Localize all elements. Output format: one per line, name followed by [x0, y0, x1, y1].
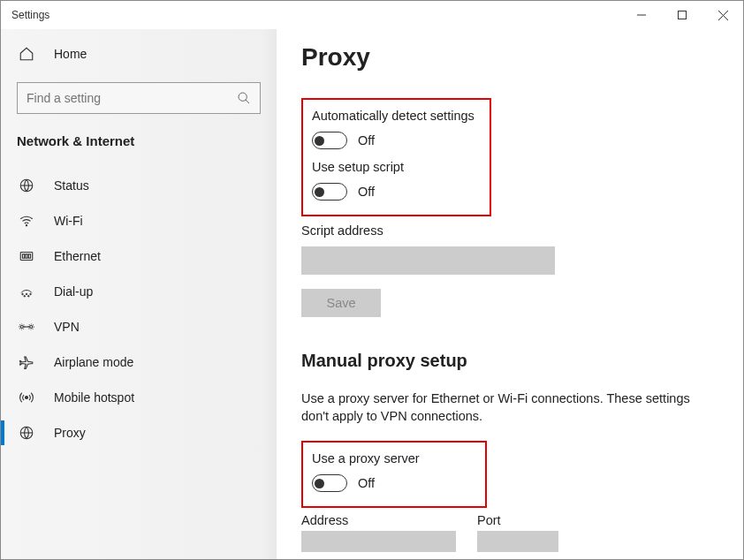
highlight-box-manual: Use a proxy server Off	[301, 441, 487, 508]
sidebar-item-label: Airplane mode	[54, 355, 133, 369]
wifi-icon	[17, 211, 36, 231]
svg-point-16	[28, 296, 30, 298]
window-title: Settings	[11, 9, 49, 21]
svg-point-13	[26, 293, 27, 295]
sidebar-item-ethernet[interactable]: Ethernet	[1, 238, 277, 274]
sidebar-item-vpn[interactable]: VPN	[1, 309, 277, 344]
svg-line-5	[246, 100, 249, 103]
sidebar: Home Network & Internet Status Wi-Fi	[1, 29, 277, 559]
sidebar-item-wifi[interactable]: Wi-Fi	[1, 203, 277, 238]
use-proxy-toggle[interactable]	[312, 474, 347, 492]
port-input	[477, 531, 558, 552]
svg-point-4	[239, 93, 247, 101]
sidebar-item-label: VPN	[54, 320, 80, 334]
minimize-button[interactable]	[621, 1, 662, 29]
home-label: Home	[54, 47, 87, 61]
manual-setup-heading: Manual proxy setup	[301, 351, 718, 371]
titlebar[interactable]: Settings	[1, 1, 743, 29]
setup-script-toggle[interactable]	[312, 183, 347, 201]
auto-detect-toggle[interactable]	[312, 132, 347, 149]
sidebar-item-airplane[interactable]: Airplane mode	[1, 344, 277, 380]
svg-rect-9	[23, 254, 25, 259]
ethernet-icon	[17, 246, 36, 266]
setup-script-label: Use setup script	[312, 160, 481, 174]
sidebar-item-label: Proxy	[54, 426, 86, 440]
airplane-icon	[17, 352, 36, 372]
svg-rect-11	[28, 254, 30, 259]
maximize-button[interactable]	[662, 1, 702, 29]
sidebar-item-label: Ethernet	[54, 249, 101, 263]
svg-point-7	[26, 225, 27, 226]
home-nav[interactable]: Home	[1, 36, 277, 72]
script-address-label: Script address	[301, 223, 718, 238]
svg-point-21	[26, 397, 28, 399]
svg-point-14	[30, 293, 32, 295]
svg-point-15	[24, 296, 26, 298]
manual-setup-description: Use a proxy server for Ethernet or Wi-Fi…	[301, 390, 708, 425]
sidebar-item-proxy[interactable]: Proxy	[1, 415, 277, 450]
auto-detect-label: Automatically detect settings	[312, 109, 481, 123]
home-icon	[17, 44, 36, 64]
svg-point-18	[30, 326, 33, 329]
svg-point-17	[20, 326, 23, 329]
sidebar-item-label: Dial-up	[54, 284, 93, 299]
address-label: Address	[301, 513, 456, 527]
sidebar-item-label: Status	[54, 178, 89, 193]
svg-rect-10	[26, 254, 27, 259]
sidebar-item-dialup[interactable]: Dial-up	[1, 274, 277, 309]
port-label: Port	[477, 513, 558, 527]
sidebar-item-hotspot[interactable]: Mobile hotspot	[1, 380, 277, 415]
svg-point-12	[22, 293, 24, 295]
close-button[interactable]	[702, 1, 743, 29]
vpn-icon	[17, 317, 36, 337]
address-input	[301, 531, 456, 552]
search-icon	[237, 91, 251, 105]
sidebar-item-label: Wi-Fi	[54, 214, 83, 228]
use-proxy-state: Off	[358, 476, 375, 490]
svg-rect-1	[679, 11, 687, 19]
use-proxy-label: Use a proxy server	[312, 451, 476, 465]
highlight-box-auto: Automatically detect settings Off Use se…	[301, 98, 491, 216]
status-icon	[17, 176, 36, 195]
auto-detect-state: Off	[358, 133, 375, 148]
script-address-input	[301, 246, 555, 275]
dialup-icon	[17, 282, 36, 301]
sidebar-item-status[interactable]: Status	[1, 168, 277, 203]
search-input[interactable]	[27, 91, 237, 105]
hotspot-icon	[17, 388, 36, 407]
sidebar-item-label: Mobile hotspot	[54, 390, 134, 405]
proxy-icon	[17, 423, 36, 443]
content-area: Proxy Automatically detect settings Off …	[277, 29, 743, 559]
search-box[interactable]	[17, 82, 261, 114]
section-heading: Network & Internet	[1, 133, 277, 155]
page-title: Proxy	[301, 43, 718, 72]
setup-script-state: Off	[358, 185, 375, 199]
save-button: Save	[301, 289, 381, 317]
